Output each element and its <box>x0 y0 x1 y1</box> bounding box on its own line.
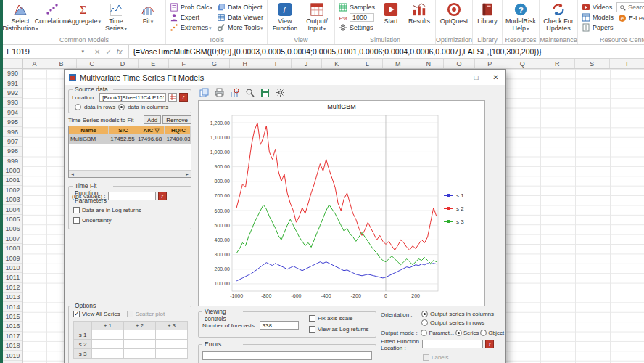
row-header[interactable]: 1007 <box>3 234 22 244</box>
formula-input[interactable]: {=VoseTimeMultiGBM({0;0;0},{0.0003,0.000… <box>129 45 644 58</box>
view-all-series-checkbox[interactable] <box>73 311 80 317</box>
check-updates-button[interactable]: Check For Updates <box>542 1 575 32</box>
table-h-scrollbar[interactable]: ◂ ▸ <box>69 170 191 177</box>
column-header-G[interactable]: G <box>199 59 230 69</box>
optquest-button[interactable]: OptQuest <box>438 1 470 25</box>
labels-checkbox[interactable] <box>423 354 429 361</box>
column-header-K[interactable]: K <box>322 59 352 69</box>
results-button[interactable]: Results <box>405 1 433 25</box>
extremes-button[interactable]: Extremes <box>168 23 214 32</box>
insert-function-icon[interactable]: fx <box>117 48 123 56</box>
magnifier-button[interactable] <box>244 88 255 98</box>
row-header[interactable]: 996 <box>3 127 22 136</box>
row-header[interactable]: 1002 <box>3 186 22 195</box>
column-header-S[interactable]: S <box>575 59 610 69</box>
output-input-button[interactable]: Output/ Input <box>302 1 332 32</box>
column-header-T[interactable]: T <box>610 59 644 69</box>
options-cell[interactable] <box>156 340 188 349</box>
row-header[interactable]: 1004 <box>3 205 22 214</box>
row-header[interactable]: 993 <box>3 98 22 107</box>
options-cell[interactable] <box>92 349 124 359</box>
table-header-hqic[interactable]: -HQiC <box>165 126 191 135</box>
export-button[interactable] <box>259 88 271 98</box>
options-cell[interactable] <box>124 330 156 340</box>
dialog-title-bar[interactable]: Multivariate Time Series Fit Models – □ … <box>65 70 505 85</box>
column-header-A[interactable]: A <box>23 59 46 69</box>
scatter-plot-checkbox[interactable] <box>127 311 133 317</box>
fix-axis-checkbox[interactable] <box>309 315 315 322</box>
mode-object-radio[interactable] <box>480 330 487 336</box>
row-header[interactable]: 1001 <box>3 176 22 185</box>
iterations-input[interactable]: 1000 <box>350 13 374 22</box>
table-header-aic[interactable]: -AIC ▽ <box>136 126 165 135</box>
column-header-L[interactable]: L <box>352 59 383 69</box>
options-cell[interactable] <box>156 330 188 340</box>
row-header[interactable]: 1009 <box>3 253 22 263</box>
fitted-location-input[interactable] <box>422 340 483 348</box>
row-header[interactable]: 1008 <box>3 244 22 253</box>
row-header[interactable]: 997 <box>3 137 22 147</box>
data-in-rows-radio[interactable] <box>75 104 81 110</box>
remove-button[interactable]: Remove <box>162 115 191 124</box>
column-header-I[interactable]: I <box>260 59 291 69</box>
column-header-D[interactable]: D <box>107 59 138 69</box>
view-log-returns-checkbox[interactable] <box>309 326 315 333</box>
row-header[interactable]: 994 <box>3 108 22 118</box>
column-header-F[interactable]: F <box>169 59 199 69</box>
close-button[interactable]: ✕ <box>486 70 505 85</box>
row-header[interactable]: 1016 <box>3 322 22 331</box>
papers-button[interactable]: Papers <box>580 23 615 32</box>
view-function-button[interactable]: f View Function <box>270 1 300 32</box>
samples-button[interactable]: Samples <box>337 2 376 12</box>
row-header[interactable]: 992 <box>3 89 22 98</box>
select-range-button[interactable] <box>168 93 177 102</box>
name-box[interactable]: E1019 ▾ <box>3 45 88 58</box>
table-header-sic[interactable]: -SIC <box>109 126 136 135</box>
row-header[interactable]: 1015 <box>3 312 22 322</box>
column-header-C[interactable]: C <box>77 59 107 69</box>
mode-parametric-radio[interactable] <box>421 330 427 336</box>
row-header[interactable]: 1017 <box>3 332 22 341</box>
select-distribution-button[interactable]: Select Distribution <box>5 1 36 32</box>
models-button[interactable]: Models <box>580 12 615 22</box>
search-box[interactable] <box>616 2 644 12</box>
data-viewer-button[interactable]: Data Viewer <box>215 12 265 22</box>
options-cell[interactable] <box>156 349 188 359</box>
time-series-button[interactable]: Time Series <box>101 1 131 32</box>
data-in-columns-radio[interactable] <box>118 104 125 110</box>
fitted-location-function-button[interactable]: f <box>485 340 494 348</box>
row-header[interactable]: 1010 <box>3 264 22 273</box>
chart-settings-button[interactable] <box>274 88 286 98</box>
row-header[interactable]: 1014 <box>3 302 22 311</box>
add-button[interactable]: Add <box>144 115 161 124</box>
row-header[interactable]: 1018 <box>3 341 22 351</box>
print-button[interactable] <box>213 88 225 98</box>
start-simulation-button[interactable]: Start <box>378 1 404 25</box>
mode-series-radio[interactable] <box>455 330 462 336</box>
row-header[interactable]: 1019 <box>3 351 22 360</box>
modelrisk-help-button[interactable]: ? ModelRisk Help <box>505 1 537 32</box>
row-header[interactable]: 1005 <box>3 215 22 224</box>
column-header-E[interactable]: E <box>139 59 169 69</box>
orientation-rows-radio[interactable] <box>421 319 428 326</box>
column-header-B[interactable]: B <box>46 59 77 69</box>
search-input[interactable] <box>628 4 644 11</box>
prob-calc-button[interactable]: Prob Calc <box>168 2 214 12</box>
name-box-dropdown-icon[interactable]: ▾ <box>81 49 84 54</box>
cancel-icon[interactable]: ✕ <box>94 48 100 56</box>
enter-icon[interactable]: ✓ <box>105 48 111 56</box>
uncertainty-checkbox[interactable] <box>73 217 80 224</box>
scroll-right-icon[interactable]: ▸ <box>183 171 191 177</box>
column-header-R[interactable]: R <box>540 59 575 69</box>
row-header[interactable]: 991 <box>3 78 22 88</box>
row-header[interactable]: 999 <box>3 157 22 166</box>
init-values-function-button[interactable]: f <box>158 192 167 200</box>
zoom-chart-button[interactable] <box>228 88 240 98</box>
column-header-J[interactable]: J <box>292 59 322 69</box>
options-cell[interactable] <box>92 340 124 349</box>
elearning-button[interactable]: e E-Learning <box>616 13 644 23</box>
more-tools-button[interactable]: More Tools <box>215 23 265 32</box>
vose-function-button[interactable]: f <box>179 93 188 102</box>
options-cell[interactable] <box>124 349 156 359</box>
column-header-H[interactable]: H <box>230 59 260 69</box>
